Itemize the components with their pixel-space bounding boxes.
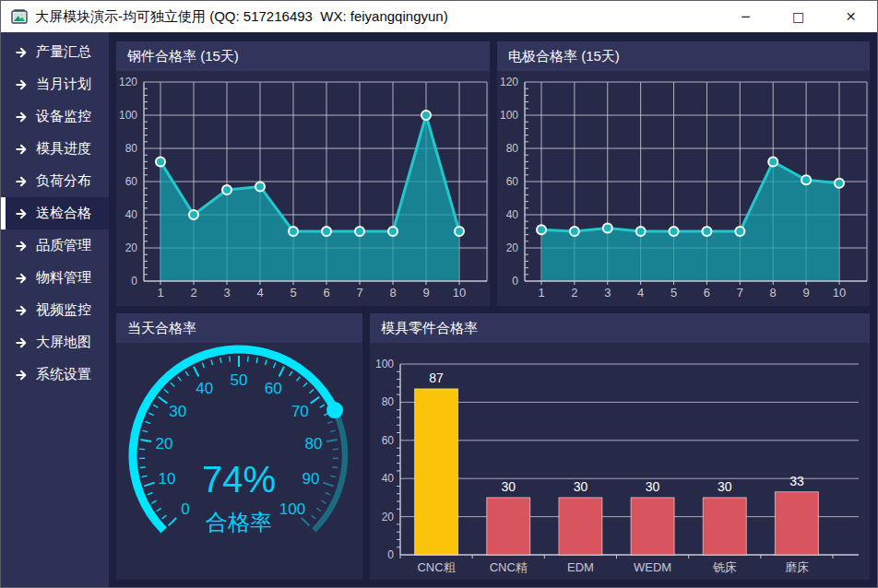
svg-text:8: 8: [389, 286, 396, 300]
sidebar-item-5[interactable]: 送检合格: [1, 197, 109, 229]
mold-bar-chart: 873030303033020406080100CNC粗CNC精EDMWEDM铣…: [370, 343, 870, 580]
sidebar-item-label: 模具进度: [36, 140, 91, 158]
svg-text:20: 20: [506, 241, 519, 254]
svg-text:100: 100: [279, 500, 305, 518]
panel-today-pass-rate: 当天合格率 010203040506070809010074%合格率: [116, 313, 362, 580]
svg-text:60: 60: [382, 434, 395, 447]
svg-text:WEDM: WEDM: [634, 560, 671, 574]
svg-text:1: 1: [157, 286, 163, 300]
svg-text:2: 2: [190, 286, 196, 300]
maximize-button[interactable]: □: [772, 1, 825, 32]
svg-text:4: 4: [256, 286, 263, 300]
svg-text:0: 0: [512, 275, 518, 288]
arrow-icon: [16, 272, 29, 285]
bottom-row: 当天合格率 010203040506070809010074%合格率 模具零件合…: [116, 313, 870, 580]
panel-title-mold: 模具零件合格率: [370, 313, 870, 343]
svg-text:60: 60: [265, 380, 282, 397]
sidebar: 产量汇总当月计划设备监控模具进度负荷分布送检合格品质管理物料管理视频监控大屏地图…: [1, 32, 109, 587]
top-row: 钢件合格率 (15天) 02040608010012012345678910 电…: [116, 41, 870, 306]
svg-text:铣床: 铣床: [713, 560, 737, 574]
panel-steel-pass-rate: 钢件合格率 (15天) 02040608010012012345678910: [116, 41, 490, 306]
app-icon: [11, 8, 28, 25]
svg-text:0: 0: [131, 275, 137, 288]
sidebar-item-7[interactable]: 物料管理: [1, 262, 109, 294]
sidebar-item-10[interactable]: 系统设置: [1, 359, 109, 391]
arrow-icon: [16, 369, 29, 382]
svg-text:20: 20: [382, 511, 395, 523]
svg-text:74%: 74%: [202, 459, 276, 500]
sidebar-item-label: 送检合格: [36, 205, 91, 222]
svg-text:0: 0: [181, 500, 189, 518]
panel-title-steel: 钢件合格率 (15天): [116, 41, 490, 71]
electrode-chart-svg: 02040608010012012345678910: [497, 71, 870, 306]
sidebar-item-8[interactable]: 视频监控: [1, 294, 109, 326]
sidebar-item-label: 当月计划: [36, 76, 91, 93]
svg-text:5: 5: [290, 286, 296, 300]
svg-text:80: 80: [305, 435, 323, 453]
svg-text:2: 2: [571, 286, 577, 300]
minimize-button[interactable]: ─: [719, 1, 772, 32]
sidebar-item-4[interactable]: 负荷分布: [1, 165, 109, 197]
sidebar-item-0[interactable]: 产量汇总: [1, 36, 109, 68]
arrow-icon: [16, 175, 29, 188]
sidebar-item-label: 大屏地图: [36, 334, 91, 351]
svg-text:10: 10: [833, 286, 846, 300]
svg-text:30: 30: [501, 479, 516, 494]
svg-text:40: 40: [506, 208, 519, 221]
svg-text:EDM: EDM: [567, 560, 594, 574]
svg-text:30: 30: [646, 479, 660, 494]
svg-text:80: 80: [125, 142, 138, 155]
sidebar-item-2[interactable]: 设备监控: [1, 100, 109, 133]
svg-text:7: 7: [737, 286, 743, 300]
content-area: 钢件合格率 (15天) 02040608010012012345678910 电…: [109, 32, 877, 587]
sidebar-item-6[interactable]: 品质管理: [1, 229, 109, 262]
sidebar-item-label: 设备监控: [36, 108, 91, 125]
titlebar: 大屏模块演示-均可独立使用 (QQ: 517216493 WX: feiyang…: [1, 1, 877, 32]
svg-text:120: 120: [119, 76, 137, 88]
svg-text:20: 20: [156, 435, 173, 453]
steel-line-chart: 02040608010012012345678910: [116, 71, 490, 306]
svg-text:9: 9: [422, 286, 429, 300]
svg-text:7: 7: [356, 286, 362, 300]
sidebar-item-label: 负荷分布: [36, 172, 91, 190]
sidebar-item-1[interactable]: 当月计划: [1, 68, 109, 100]
arrow-icon: [16, 46, 29, 59]
main-area: 产量汇总当月计划设备监控模具进度负荷分布送检合格品质管理物料管理视频监控大屏地图…: [1, 32, 877, 587]
sidebar-item-label: 视频监控: [36, 301, 91, 319]
svg-text:50: 50: [231, 371, 248, 389]
sidebar-item-label: 产量汇总: [36, 43, 91, 61]
svg-text:4: 4: [637, 286, 644, 300]
sidebar-item-9[interactable]: 大屏地图: [1, 326, 109, 359]
mold-chart-svg: 873030303033020406080100CNC粗CNC精EDMWEDM铣…: [370, 343, 870, 580]
svg-text:100: 100: [500, 109, 518, 122]
svg-text:0: 0: [387, 548, 394, 561]
sidebar-item-3[interactable]: 模具进度: [1, 133, 109, 165]
arrow-icon: [16, 143, 29, 156]
arrow-icon: [16, 336, 29, 349]
svg-text:60: 60: [125, 175, 138, 188]
arrow-icon: [16, 304, 29, 317]
steel-chart-svg: 02040608010012012345678910: [116, 71, 490, 306]
svg-text:120: 120: [500, 76, 518, 88]
panel-electrode-pass-rate: 电极合格率 (15天) 02040608010012012345678910: [497, 41, 870, 306]
svg-text:70: 70: [291, 403, 309, 420]
sidebar-item-label: 物料管理: [36, 269, 91, 287]
svg-text:100: 100: [119, 109, 137, 122]
svg-text:30: 30: [169, 403, 186, 420]
svg-text:3: 3: [604, 286, 611, 300]
svg-text:40: 40: [196, 380, 213, 397]
svg-text:10: 10: [159, 470, 176, 488]
close-button[interactable]: ✕: [825, 1, 877, 32]
window-controls: ─ □ ✕: [719, 1, 877, 32]
svg-text:40: 40: [382, 472, 395, 485]
svg-text:CNC粗: CNC粗: [417, 560, 456, 574]
svg-text:CNC精: CNC精: [490, 560, 528, 574]
panel-title-today: 当天合格率: [116, 313, 362, 343]
panel-title-electrode: 电极合格率 (15天): [497, 41, 870, 71]
arrow-icon: [16, 207, 29, 220]
today-chart-svg: 010203040506070809010074%合格率: [116, 343, 362, 580]
svg-text:40: 40: [125, 208, 138, 221]
app-window: 大屏模块演示-均可独立使用 (QQ: 517216493 WX: feiyang…: [0, 0, 878, 588]
svg-text:合格率: 合格率: [206, 510, 272, 535]
svg-text:5: 5: [670, 286, 677, 300]
